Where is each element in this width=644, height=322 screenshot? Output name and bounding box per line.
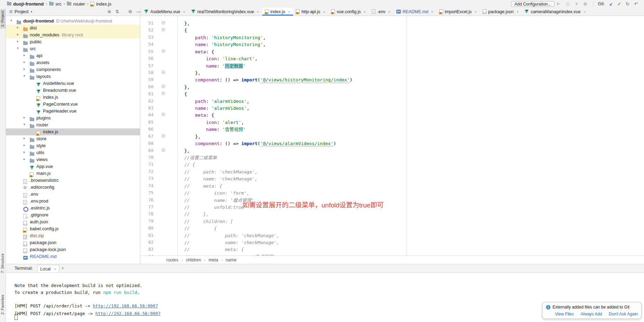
close-icon[interactable]: ×: [431, 10, 433, 14]
code-line[interactable]: 76// name: '盘点管理',: [140, 197, 644, 204]
editor-tab[interactable]: realTimeMonitoring\index.vue×: [188, 8, 262, 16]
code-line[interactable]: 65 icon: 'alert',: [140, 119, 644, 126]
code-line[interactable]: 80// {: [140, 225, 644, 232]
notification-link[interactable]: View Files: [555, 312, 574, 316]
code-line[interactable]: 82// name: 'checkManage',: [140, 239, 644, 246]
tree-collapsed-icon[interactable]: ▸: [24, 60, 25, 64]
tree-item[interactable]: ▾duoji-frontendD:\zheheWeb\duoji-fronten…: [6, 18, 140, 25]
tree-item[interactable]: .browserslistrc: [6, 177, 140, 184]
git-update-icon[interactable]: ↙: [609, 1, 613, 7]
tree-item[interactable]: ▸utils: [6, 149, 140, 156]
editor-tab[interactable]: importExcel.js×: [436, 8, 480, 16]
code-line[interactable]: 84// name: '盘点管理': [140, 253, 644, 256]
tree-item[interactable]: ▸api: [6, 52, 140, 59]
tree-expanded-icon[interactable]: ▾: [10, 19, 12, 22]
code-line[interactable]: 66 name: '告警视频': [140, 126, 644, 133]
fold-marker-icon[interactable]: [162, 50, 165, 53]
tree-item[interactable]: PageContent.vue: [6, 101, 140, 108]
editor-tab[interactable]: index.js×: [262, 8, 293, 16]
tree-item[interactable]: index.js: [6, 94, 140, 101]
git-commit-icon[interactable]: ✓: [617, 1, 621, 7]
tree-collapsed-icon[interactable]: ▸: [24, 157, 25, 161]
project-panel-title[interactable]: Project ▾: [9, 8, 32, 16]
close-icon[interactable]: ×: [583, 10, 585, 14]
tree-item[interactable]: App.vue: [6, 163, 140, 170]
tree-item[interactable]: ▸components: [6, 66, 140, 73]
code-line[interactable]: 73// name: 'checkManage',: [140, 175, 644, 182]
editor-tab[interactable]: cameraManage\index.vue×: [522, 8, 589, 16]
stop-icon[interactable]: [584, 2, 587, 6]
git-history-icon[interactable]: ↻: [626, 1, 629, 7]
tree-item[interactable]: .gitignore: [6, 212, 140, 218]
tree-item[interactable]: PageHeader.vue: [6, 108, 140, 115]
code-line[interactable]: 75// icon: 'form',: [140, 189, 644, 197]
breadcrumb-item[interactable]: index.js: [90, 1, 111, 7]
tree-collapsed-icon[interactable]: ▸: [24, 116, 25, 119]
code-line[interactable]: 58 },: [140, 69, 644, 77]
tree-item[interactable]: ▸dist: [6, 25, 140, 32]
tree-collapsed-icon[interactable]: ▸: [24, 67, 25, 71]
breadcrumb-item[interactable]: router: [67, 1, 85, 7]
fold-marker-icon[interactable]: [162, 92, 165, 95]
tree-item[interactable]: .env.prod: [6, 198, 140, 205]
tree-item[interactable]: ▸store: [6, 135, 140, 142]
tree-collapsed-icon[interactable]: ▸: [24, 53, 25, 57]
tree-item[interactable]: Breadcrumb.vue: [6, 87, 140, 94]
code-line[interactable]: 62 path: 'alarmVideos',: [140, 98, 644, 105]
code-line[interactable]: 67 },: [140, 133, 644, 140]
code-line[interactable]: 74// meta: {: [140, 182, 644, 190]
tree-item[interactable]: ▾layouts: [6, 73, 140, 80]
tree-item[interactable]: ▾src: [6, 45, 140, 52]
code-line[interactable]: 81// path: 'checkManage',: [140, 232, 644, 239]
tree-item[interactable]: dist.zip: [6, 232, 140, 239]
code-line[interactable]: 77// unfold:true: [140, 204, 644, 211]
code-line[interactable]: 60},: [140, 83, 644, 91]
editor-tab[interactable]: .env×: [369, 8, 394, 16]
run-icon[interactable]: [557, 2, 560, 6]
tool-stripe-structure-button[interactable]: 7: Structure: [0, 252, 6, 275]
tree-collapsed-icon[interactable]: ▸: [17, 26, 19, 29]
code-line[interactable]: 78// },: [140, 211, 644, 218]
code-line[interactable]: 83// meta: {: [140, 246, 644, 253]
tree-item[interactable]: package.json: [6, 239, 140, 246]
tree-item[interactable]: main.js: [6, 170, 140, 177]
code-line[interactable]: 69},: [140, 147, 644, 154]
code-line[interactable]: 57 name: '历史数据': [140, 62, 644, 70]
fold-marker-icon[interactable]: [162, 85, 165, 88]
tool-stripe-project-button[interactable]: 1: Project: [0, 9, 6, 28]
close-icon[interactable]: ×: [323, 10, 325, 14]
tree-collapsed-icon[interactable]: ▸: [24, 136, 25, 140]
editor-tab[interactable]: package.json×: [480, 8, 522, 16]
tree-item[interactable]: ▸assets: [6, 59, 140, 66]
code-line[interactable]: 70//设置二级菜单: [140, 154, 644, 161]
tree-item[interactable]: auth.json: [6, 218, 140, 225]
tree-expanded-icon[interactable]: ▾: [17, 46, 19, 50]
fold-marker-icon[interactable]: [162, 21, 165, 24]
code-line[interactable]: 54 name: 'historyMonitoring',: [140, 41, 644, 48]
code-line[interactable]: 71// {: [140, 161, 644, 168]
terminal-link[interactable]: http://192.168.66.56:9007: [93, 303, 158, 308]
fold-marker-icon[interactable]: [162, 149, 165, 152]
code-line[interactable]: 79// children: [: [140, 218, 644, 225]
code-line[interactable]: 61{: [140, 90, 644, 98]
editor-tab[interactable]: http-api.js×: [293, 8, 328, 16]
code-editor[interactable]: 如需设置展开的二级菜单，unfold设置为true即可 51},52{53 pa…: [140, 16, 644, 256]
fold-marker-icon[interactable]: [162, 71, 165, 74]
editor-breadcrumb-item[interactable]: children: [186, 258, 201, 262]
notification-link[interactable]: Always Add: [581, 312, 602, 316]
fold-marker-icon[interactable]: [162, 134, 165, 137]
tree-collapsed-icon[interactable]: ▸: [24, 143, 25, 147]
code-line[interactable]: 53 path: 'historyMonitoring',: [140, 34, 644, 41]
breadcrumb-item[interactable]: src: [49, 1, 61, 7]
tree-expanded-icon[interactable]: ▾: [24, 74, 25, 78]
tree-item[interactable]: index.js: [6, 128, 140, 135]
code-line[interactable]: 56 icon: 'line-chart',: [140, 55, 644, 62]
debug-icon[interactable]: [566, 2, 570, 6]
close-icon[interactable]: ×: [364, 10, 366, 14]
collapse-all-icon[interactable]: ⇅: [115, 8, 119, 16]
new-terminal-session-button[interactable]: +: [61, 265, 64, 271]
code-line[interactable]: 63 name: 'alarmVideos',: [140, 105, 644, 112]
tree-item[interactable]: .eslintrc.js: [6, 205, 140, 212]
close-icon[interactable]: ×: [517, 10, 519, 14]
hide-panel-icon[interactable]: ―: [136, 8, 141, 16]
